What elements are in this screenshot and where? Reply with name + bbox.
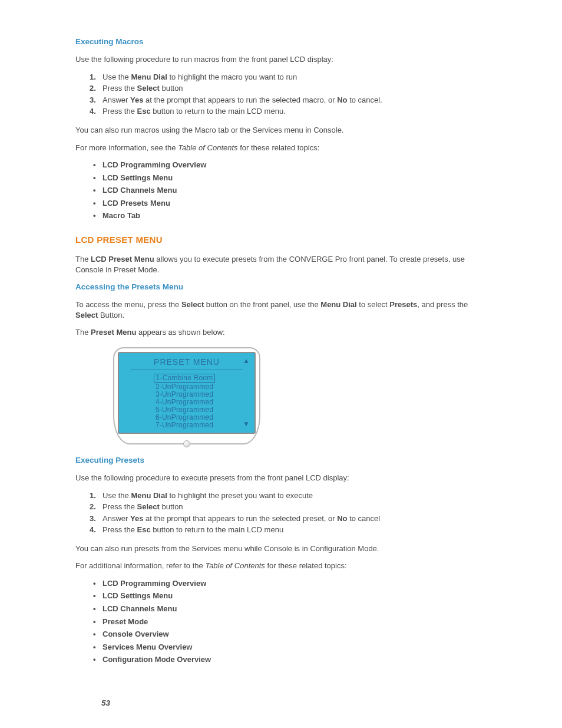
lcd-preset-menu-figure: ▲ ▼ PRESET MENU 1-Combine Room 2-UnProgr… [113,347,260,444]
lcd-bezel: ▲ ▼ PRESET MENU 1-Combine Room 2-UnProgr… [113,347,260,444]
lcd-row: 5-UnProgrammed [118,406,251,414]
paragraph: You can also run macros using the Macro … [75,125,487,136]
lcd-title: PRESET MENU [154,357,220,368]
list-item: Services Menu Overview [90,642,487,653]
paragraph: Use the following procedure to run macro… [75,54,487,65]
paragraph: To access the menu, press the Select but… [75,299,487,320]
list-item: LCD Channels Menu [90,185,487,196]
lcd-row-selected: 1-Combine Room [154,374,216,383]
list-item: Preset Mode [90,617,487,627]
list-item: LCD Settings Menu [90,591,487,601]
list-item: Answer Yes at the prompt that appears to… [90,513,487,524]
heading-executing-presets: Executing Presets [75,455,487,466]
list-item: LCD Settings Menu [90,173,487,183]
list-item: LCD Channels Menu [90,604,487,614]
list-item: Answer Yes at the prompt that appears to… [90,95,487,106]
heading-accessing-presets: Accessing the Presets Menu [75,282,487,292]
related-topics-list-2: LCD Programming Overview LCD Settings Me… [75,578,487,665]
paragraph: The Preset Menu appears as shown below: [75,327,487,338]
heading-executing-macros: Executing Macros [75,37,487,47]
list-item: Console Overview [90,629,487,640]
list-item: Press the Select button [90,83,487,94]
lcd-screen: ▲ ▼ PRESET MENU 1-Combine Room 2-UnProgr… [118,352,256,434]
list-item: LCD Programming Overview [90,578,487,589]
lcd-row: 7-UnProgrammed [118,421,251,429]
paragraph: You can also run presets from the Servic… [75,543,487,554]
arrow-up-icon: ▲ [243,356,250,365]
heading-lcd-preset-menu: LCD PRESET MENU [75,234,487,246]
paragraph: For more information, see the Table of C… [75,143,487,153]
lcd-row: 3-UnProgrammed [118,391,251,398]
dial-icon [183,440,190,447]
list-item: Use the Menu Dial to highlight the macro… [90,72,487,83]
list-item: Use the Menu Dial to highlight the prese… [90,490,487,501]
lcd-row: 4-UnProgrammed [118,398,251,406]
macro-steps-list: Use the Menu Dial to highlight the macro… [75,72,487,117]
preset-steps-list: Use the Menu Dial to highlight the prese… [75,490,487,535]
list-item: Macro Tab [90,210,487,221]
list-item: LCD Presets Menu [90,198,487,209]
paragraph: Use the following procedure to execute p… [75,473,487,483]
paragraph: For additional information, refer to the… [75,561,487,571]
list-item: Press the Select button [90,502,487,512]
lcd-row: 2-UnProgrammed [118,383,251,391]
lcd-row: 6-UnProgrammed [118,414,251,421]
related-topics-list: LCD Programming Overview LCD Settings Me… [75,160,487,221]
list-item: Configuration Mode Overview [90,654,487,665]
paragraph: The LCD Preset Menu allows you to execut… [75,254,487,275]
arrow-down-icon: ▼ [243,419,250,429]
list-item: Press the Esc button to return to the ma… [90,106,487,117]
list-item: Press the Esc button to return to the ma… [90,525,487,535]
page-number: 53 [101,698,487,709]
list-item: LCD Programming Overview [90,160,487,170]
